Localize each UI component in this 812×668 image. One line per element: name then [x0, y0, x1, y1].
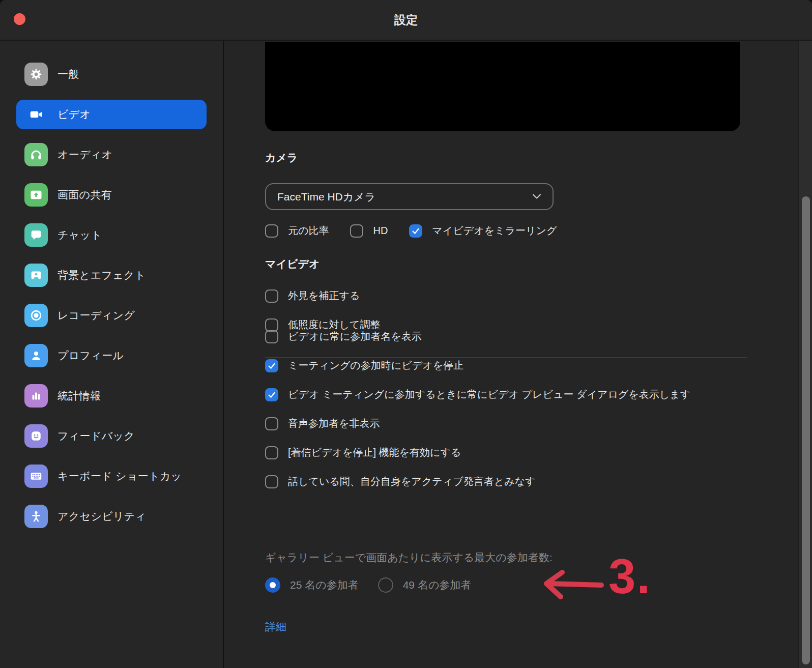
- touch-up-appearance-option[interactable]: 外見を補正する: [265, 289, 380, 303]
- gallery-view-options: 25 名の参加者 49 名の参加者: [265, 577, 471, 593]
- sidebar-item-label: 統計情報: [57, 389, 101, 403]
- camera-select-value: FaceTime HDカメラ: [277, 190, 375, 204]
- sidebar-item-profile[interactable]: プロフィール: [16, 341, 207, 370]
- camera-options-row: 元の比率 HD マイビデオをミラーリング: [265, 224, 557, 238]
- checkbox[interactable]: [265, 446, 278, 459]
- sidebar-item-video[interactable]: ビデオ: [16, 100, 207, 129]
- scrollbar[interactable]: [798, 41, 812, 668]
- sidebar-item-feedback[interactable]: フィードバック: [16, 421, 207, 451]
- annotation-arrow-icon: [534, 562, 608, 603]
- sidebar-item-label: レコーディング: [57, 308, 135, 323]
- meeting-video-options: ビデオに常に参加者名を表示 ミーティングの参加時にビデオを停止 ビデオ ミーティ…: [265, 330, 690, 488]
- sidebar-item-background-effects[interactable]: 背景とエフェクト: [16, 260, 207, 290]
- sidebar-item-audio[interactable]: オーディオ: [16, 140, 207, 169]
- sidebar-item-statistics[interactable]: 統計情報: [16, 381, 207, 411]
- gear-icon: [24, 63, 48, 86]
- sidebar-item-label: フィードバック: [57, 429, 135, 443]
- checkbox[interactable]: [265, 330, 278, 343]
- checkbox[interactable]: [409, 224, 422, 238]
- checkbox[interactable]: [265, 417, 278, 430]
- checkbox[interactable]: [265, 475, 278, 488]
- sidebar-item-keyboard-shortcuts[interactable]: キーボード ショートカッ: [16, 461, 207, 491]
- video-settings-panel: カメラ FaceTime HDカメラ 元の比率 HD: [224, 41, 798, 668]
- stop-incoming-video-option[interactable]: [着信ビデオを停止] 機能を有効にする: [265, 446, 690, 459]
- sidebar-item-label: 画面の共有: [57, 188, 112, 202]
- sidebar-item-screen-share[interactable]: 画面の共有: [16, 180, 207, 210]
- checkbox[interactable]: [265, 289, 278, 303]
- checkbox[interactable]: [265, 388, 278, 401]
- hide-non-video-participants-option[interactable]: 音声参加者を非表示: [265, 417, 690, 430]
- video-preview: [265, 42, 740, 131]
- mirror-video-option[interactable]: マイビデオをミラーリング: [409, 224, 557, 238]
- sidebar: 一般 ビデオ オーディオ: [0, 41, 224, 668]
- profile-icon: [24, 344, 48, 367]
- sidebar-item-label: オーディオ: [57, 148, 112, 162]
- participants-49-option[interactable]: 49 名の参加者: [378, 577, 472, 593]
- statistics-icon: [24, 384, 48, 408]
- window-title: 設定: [0, 12, 812, 28]
- chevron-down-icon: [532, 192, 541, 201]
- sidebar-item-chat[interactable]: チャット: [16, 220, 207, 250]
- feedback-icon: [24, 424, 48, 448]
- titlebar: 設定: [0, 0, 812, 41]
- gallery-view-label: ギャラリー ビューで画面あたりに表示する最大の参加者数:: [265, 550, 553, 565]
- record-icon: [24, 304, 48, 327]
- camera-select[interactable]: FaceTime HDカメラ: [265, 183, 554, 210]
- stop-video-on-join-option[interactable]: ミーティングの参加時にビデオを停止: [265, 359, 690, 372]
- advanced-settings-link[interactable]: 詳細: [265, 620, 286, 634]
- original-ratio-option[interactable]: 元の比率: [265, 224, 329, 238]
- always-show-name-option[interactable]: ビデオに常に参加者名を表示: [265, 330, 690, 343]
- video-camera-icon: [24, 103, 48, 126]
- hd-option[interactable]: HD: [350, 224, 388, 238]
- sidebar-item-label: 背景とエフェクト: [57, 268, 146, 282]
- sidebar-item-general[interactable]: 一般: [16, 60, 207, 89]
- annotation-number: 3.: [608, 548, 651, 604]
- sidebar-item-label: 一般: [57, 67, 79, 81]
- camera-section-label: カメラ: [265, 151, 298, 165]
- checkbox[interactable]: [265, 224, 278, 238]
- sidebar-item-label: チャット: [57, 228, 102, 242]
- checkbox[interactable]: [265, 359, 278, 372]
- sidebar-item-label: アクセシビリティ: [57, 509, 146, 524]
- scrollbar-thumb[interactable]: [802, 196, 810, 664]
- participants-25-option[interactable]: 25 名の参加者: [265, 577, 359, 593]
- chat-bubble-icon: [24, 223, 48, 247]
- settings-window: 設定 一般: [0, 0, 812, 668]
- keyboard-icon: [24, 464, 48, 488]
- sidebar-item-label: プロフィール: [57, 348, 124, 363]
- radio-button[interactable]: [378, 577, 393, 593]
- my-video-section-label: マイビデオ: [265, 257, 320, 271]
- radio-button[interactable]: [265, 577, 280, 593]
- my-video-options: 外見を補正する 低照度に対して調整: [265, 289, 380, 332]
- sidebar-item-label: ビデオ: [57, 107, 91, 122]
- checkbox[interactable]: [350, 224, 363, 238]
- headphones-icon: [24, 143, 48, 166]
- video-preview-dialog-option[interactable]: ビデオ ミーティングに参加するときに常にビデオ プレビュー ダイアログを表示しま…: [265, 388, 690, 401]
- sidebar-item-recording[interactable]: レコーディング: [16, 301, 207, 330]
- sidebar-item-label: キーボード ショートカッ: [57, 469, 182, 483]
- spotlight-self-option[interactable]: 話している間、自分自身をアクティブ発言者とみなす: [265, 475, 690, 488]
- accessibility-icon: [24, 505, 48, 528]
- sidebar-item-accessibility[interactable]: アクセシビリティ: [16, 502, 207, 531]
- screen-share-icon: [24, 183, 48, 207]
- background-effects-icon: [24, 264, 48, 287]
